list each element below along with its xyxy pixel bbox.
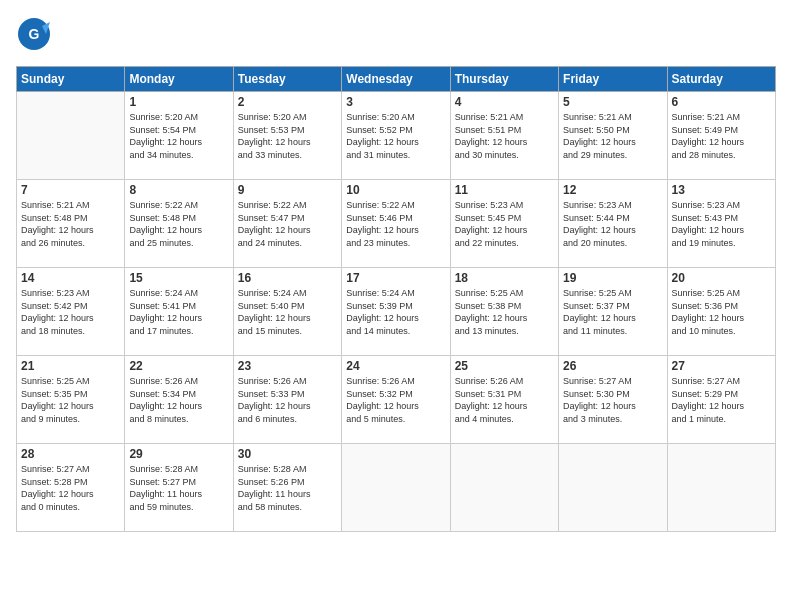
- cell-info: Sunrise: 5:26 AMSunset: 5:34 PMDaylight:…: [129, 375, 228, 425]
- calendar-body: 1Sunrise: 5:20 AMSunset: 5:54 PMDaylight…: [17, 92, 776, 532]
- cell-info: Sunrise: 5:22 AMSunset: 5:47 PMDaylight:…: [238, 199, 337, 249]
- day-number: 24: [346, 359, 445, 373]
- cell-info: Sunrise: 5:23 AMSunset: 5:45 PMDaylight:…: [455, 199, 554, 249]
- day-number: 17: [346, 271, 445, 285]
- calendar-cell: 28Sunrise: 5:27 AMSunset: 5:28 PMDayligh…: [17, 444, 125, 532]
- calendar-week-row: 7Sunrise: 5:21 AMSunset: 5:48 PMDaylight…: [17, 180, 776, 268]
- calendar-cell: 21Sunrise: 5:25 AMSunset: 5:35 PMDayligh…: [17, 356, 125, 444]
- day-number: 30: [238, 447, 337, 461]
- cell-info: Sunrise: 5:26 AMSunset: 5:32 PMDaylight:…: [346, 375, 445, 425]
- day-number: 23: [238, 359, 337, 373]
- calendar-week-row: 21Sunrise: 5:25 AMSunset: 5:35 PMDayligh…: [17, 356, 776, 444]
- day-number: 13: [672, 183, 771, 197]
- cell-info: Sunrise: 5:28 AMSunset: 5:27 PMDaylight:…: [129, 463, 228, 513]
- day-number: 26: [563, 359, 662, 373]
- calendar-cell: 9Sunrise: 5:22 AMSunset: 5:47 PMDaylight…: [233, 180, 341, 268]
- calendar-cell: [559, 444, 667, 532]
- calendar-cell: 3Sunrise: 5:20 AMSunset: 5:52 PMDaylight…: [342, 92, 450, 180]
- cell-info: Sunrise: 5:22 AMSunset: 5:46 PMDaylight:…: [346, 199, 445, 249]
- day-number: 25: [455, 359, 554, 373]
- cell-info: Sunrise: 5:23 AMSunset: 5:44 PMDaylight:…: [563, 199, 662, 249]
- cell-info: Sunrise: 5:26 AMSunset: 5:33 PMDaylight:…: [238, 375, 337, 425]
- day-number: 27: [672, 359, 771, 373]
- day-number: 2: [238, 95, 337, 109]
- cell-info: Sunrise: 5:24 AMSunset: 5:41 PMDaylight:…: [129, 287, 228, 337]
- day-number: 7: [21, 183, 120, 197]
- days-of-week-row: SundayMondayTuesdayWednesdayThursdayFrid…: [17, 67, 776, 92]
- cell-info: Sunrise: 5:25 AMSunset: 5:37 PMDaylight:…: [563, 287, 662, 337]
- calendar-cell: [342, 444, 450, 532]
- calendar-cell: 20Sunrise: 5:25 AMSunset: 5:36 PMDayligh…: [667, 268, 775, 356]
- day-number: 15: [129, 271, 228, 285]
- calendar-cell: 1Sunrise: 5:20 AMSunset: 5:54 PMDaylight…: [125, 92, 233, 180]
- calendar-cell: 15Sunrise: 5:24 AMSunset: 5:41 PMDayligh…: [125, 268, 233, 356]
- day-number: 29: [129, 447, 228, 461]
- day-number: 20: [672, 271, 771, 285]
- cell-info: Sunrise: 5:26 AMSunset: 5:31 PMDaylight:…: [455, 375, 554, 425]
- calendar-cell: 4Sunrise: 5:21 AMSunset: 5:51 PMDaylight…: [450, 92, 558, 180]
- cell-info: Sunrise: 5:21 AMSunset: 5:49 PMDaylight:…: [672, 111, 771, 161]
- day-number: 5: [563, 95, 662, 109]
- day-number: 16: [238, 271, 337, 285]
- calendar-week-row: 14Sunrise: 5:23 AMSunset: 5:42 PMDayligh…: [17, 268, 776, 356]
- calendar-table: SundayMondayTuesdayWednesdayThursdayFrid…: [16, 66, 776, 532]
- day-number: 18: [455, 271, 554, 285]
- cell-info: Sunrise: 5:20 AMSunset: 5:54 PMDaylight:…: [129, 111, 228, 161]
- calendar-week-row: 1Sunrise: 5:20 AMSunset: 5:54 PMDaylight…: [17, 92, 776, 180]
- day-number: 21: [21, 359, 120, 373]
- cell-info: Sunrise: 5:25 AMSunset: 5:36 PMDaylight:…: [672, 287, 771, 337]
- day-number: 22: [129, 359, 228, 373]
- calendar-cell: 6Sunrise: 5:21 AMSunset: 5:49 PMDaylight…: [667, 92, 775, 180]
- cell-info: Sunrise: 5:23 AMSunset: 5:43 PMDaylight:…: [672, 199, 771, 249]
- day-of-week-header: Wednesday: [342, 67, 450, 92]
- cell-info: Sunrise: 5:27 AMSunset: 5:30 PMDaylight:…: [563, 375, 662, 425]
- logo-icon: G: [16, 16, 52, 52]
- calendar-cell: 2Sunrise: 5:20 AMSunset: 5:53 PMDaylight…: [233, 92, 341, 180]
- day-of-week-header: Monday: [125, 67, 233, 92]
- calendar-cell: 11Sunrise: 5:23 AMSunset: 5:45 PMDayligh…: [450, 180, 558, 268]
- calendar-cell: 27Sunrise: 5:27 AMSunset: 5:29 PMDayligh…: [667, 356, 775, 444]
- calendar-cell: 17Sunrise: 5:24 AMSunset: 5:39 PMDayligh…: [342, 268, 450, 356]
- cell-info: Sunrise: 5:21 AMSunset: 5:50 PMDaylight:…: [563, 111, 662, 161]
- cell-info: Sunrise: 5:20 AMSunset: 5:53 PMDaylight:…: [238, 111, 337, 161]
- calendar-cell: 13Sunrise: 5:23 AMSunset: 5:43 PMDayligh…: [667, 180, 775, 268]
- day-number: 9: [238, 183, 337, 197]
- calendar-cell: 7Sunrise: 5:21 AMSunset: 5:48 PMDaylight…: [17, 180, 125, 268]
- calendar-cell: 22Sunrise: 5:26 AMSunset: 5:34 PMDayligh…: [125, 356, 233, 444]
- calendar-cell: 26Sunrise: 5:27 AMSunset: 5:30 PMDayligh…: [559, 356, 667, 444]
- header: G: [16, 16, 776, 56]
- calendar-cell: 24Sunrise: 5:26 AMSunset: 5:32 PMDayligh…: [342, 356, 450, 444]
- day-number: 6: [672, 95, 771, 109]
- page: G SundayMondayTuesdayWednesdayThursdayFr…: [0, 0, 792, 612]
- day-number: 4: [455, 95, 554, 109]
- day-number: 12: [563, 183, 662, 197]
- cell-info: Sunrise: 5:20 AMSunset: 5:52 PMDaylight:…: [346, 111, 445, 161]
- day-number: 3: [346, 95, 445, 109]
- day-of-week-header: Friday: [559, 67, 667, 92]
- day-of-week-header: Sunday: [17, 67, 125, 92]
- logo: G: [16, 16, 56, 56]
- cell-info: Sunrise: 5:25 AMSunset: 5:35 PMDaylight:…: [21, 375, 120, 425]
- cell-info: Sunrise: 5:23 AMSunset: 5:42 PMDaylight:…: [21, 287, 120, 337]
- day-number: 11: [455, 183, 554, 197]
- day-of-week-header: Tuesday: [233, 67, 341, 92]
- calendar-cell: [450, 444, 558, 532]
- cell-info: Sunrise: 5:27 AMSunset: 5:29 PMDaylight:…: [672, 375, 771, 425]
- cell-info: Sunrise: 5:25 AMSunset: 5:38 PMDaylight:…: [455, 287, 554, 337]
- calendar-cell: 10Sunrise: 5:22 AMSunset: 5:46 PMDayligh…: [342, 180, 450, 268]
- day-number: 1: [129, 95, 228, 109]
- cell-info: Sunrise: 5:22 AMSunset: 5:48 PMDaylight:…: [129, 199, 228, 249]
- calendar-cell: 16Sunrise: 5:24 AMSunset: 5:40 PMDayligh…: [233, 268, 341, 356]
- calendar-cell: 14Sunrise: 5:23 AMSunset: 5:42 PMDayligh…: [17, 268, 125, 356]
- calendar-cell: 29Sunrise: 5:28 AMSunset: 5:27 PMDayligh…: [125, 444, 233, 532]
- cell-info: Sunrise: 5:21 AMSunset: 5:48 PMDaylight:…: [21, 199, 120, 249]
- calendar-cell: [17, 92, 125, 180]
- cell-info: Sunrise: 5:24 AMSunset: 5:39 PMDaylight:…: [346, 287, 445, 337]
- svg-text:G: G: [29, 26, 40, 42]
- calendar-cell: 8Sunrise: 5:22 AMSunset: 5:48 PMDaylight…: [125, 180, 233, 268]
- day-number: 8: [129, 183, 228, 197]
- calendar-cell: [667, 444, 775, 532]
- calendar-cell: 18Sunrise: 5:25 AMSunset: 5:38 PMDayligh…: [450, 268, 558, 356]
- day-number: 14: [21, 271, 120, 285]
- day-number: 28: [21, 447, 120, 461]
